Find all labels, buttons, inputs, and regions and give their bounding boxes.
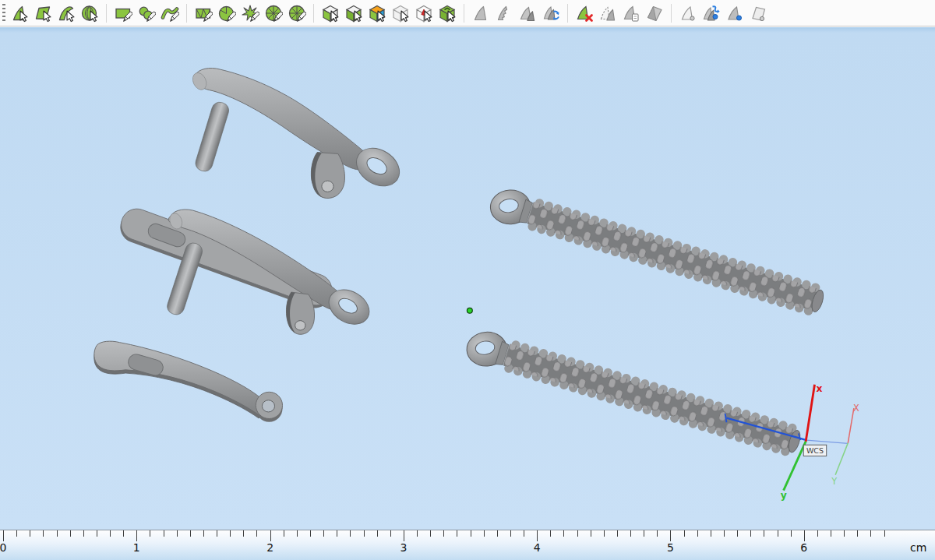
main-toolbar [0, 0, 935, 26]
select-freeform-tool-icon [10, 4, 29, 23]
handle-pin [193, 100, 231, 174]
surface-trim-tool[interactable] [495, 4, 513, 23]
rod-knurl-texture [527, 202, 820, 312]
toolbar-separator [464, 4, 464, 23]
view-cube-side-tool[interactable] [344, 4, 363, 23]
ruler-number-2: 2 [266, 541, 273, 554]
lever-hole [262, 400, 274, 412]
view-cube-colored-tool[interactable] [368, 4, 386, 23]
surface-fold-tool-icon [645, 4, 664, 23]
mark-rectangle-tool[interactable] [114, 4, 132, 23]
toolbar-separator [186, 4, 187, 23]
select-freeform-tool[interactable] [10, 4, 29, 23]
mark-pinwheel-tool[interactable] [241, 4, 259, 23]
view-cube-side-tool-icon [344, 4, 363, 23]
surface-export-tool[interactable] [622, 4, 640, 23]
surface-offset-copy-tool[interactable] [518, 4, 537, 23]
surface-duplicate-tool[interactable] [598, 4, 617, 23]
toolbar-separator [671, 4, 672, 23]
ruler-number-5: 5 [667, 541, 674, 554]
select-curved-surface-tool[interactable] [57, 4, 76, 23]
mark-curve-tool[interactable] [161, 4, 179, 23]
ruler-unit-label: cm [910, 541, 926, 554]
surface-sync-tool[interactable] [542, 4, 560, 23]
view-cube-faces-tool[interactable] [438, 4, 457, 23]
mark-wheel-alt-tool-icon [288, 4, 306, 23]
viewport-3d[interactable]: x y X Y WCS [0, 27, 935, 530]
surface-ghost-tool-icon [471, 4, 490, 23]
mark-pie-tool-icon [217, 4, 236, 23]
ruler-number-6: 6 [800, 541, 807, 554]
origin-point-dot [467, 308, 472, 313]
ruler-number-1: 1 [133, 541, 140, 554]
mark-blob-tool-icon [137, 4, 156, 23]
target-x-axis-label: X [853, 403, 859, 414]
viewport-canvas[interactable]: x y X Y WCS [0, 27, 935, 530]
probe-quad-tool[interactable] [749, 4, 767, 23]
flat-lever[interactable] [94, 341, 283, 422]
door-handle-with-plate[interactable] [116, 205, 376, 335]
mark-mesh-rectangle-tool[interactable] [194, 4, 213, 23]
surface-delete-tool-icon [575, 4, 594, 23]
view-cube-interior-tool-icon [415, 4, 433, 23]
wcs-x-axis-label: x [816, 383, 822, 394]
rod-knurl-texture [503, 343, 796, 452]
surface-sync-tool-icon [542, 4, 560, 23]
wcs-label: WCS [803, 445, 826, 456]
select-shell-tool-icon [80, 4, 99, 23]
view-cube-colored-tool-icon [368, 4, 386, 23]
view-cube-top-tool-icon [321, 4, 340, 23]
toolbar-separator [567, 4, 568, 23]
toolbar-separator [106, 4, 107, 23]
mark-pinwheel-tool-icon [241, 4, 259, 23]
view-cube-interior-tool[interactable] [415, 4, 433, 23]
ruler-major-ticks [3, 530, 891, 541]
probe-outline-tool[interactable] [679, 4, 697, 23]
knurled-rod-top[interactable] [480, 178, 828, 325]
probe-surface-tool-icon [725, 4, 744, 23]
mark-wheel-alt-tool[interactable] [288, 4, 306, 23]
surface-export-tool-icon [622, 4, 640, 23]
target-cs-axes: X Y [831, 403, 859, 487]
probe-swap-tool[interactable] [702, 4, 721, 23]
probe-surface-tool[interactable] [725, 4, 744, 23]
horizontal-ruler: 0123456 cm [0, 530, 935, 560]
select-curved-surface-tool-icon [57, 4, 76, 23]
toolbar-grip-handle[interactable] [2, 4, 5, 23]
toolbar-separator [313, 4, 314, 23]
view-cube-top-tool[interactable] [321, 4, 340, 23]
view-cube-ghost-tool[interactable] [391, 4, 410, 23]
wcs-x-axis [806, 385, 814, 442]
surface-trim-tool-icon [495, 4, 513, 23]
surface-ghost-tool[interactable] [471, 4, 490, 23]
select-plane-tool-icon [34, 4, 52, 23]
wcs-y-axis-label: y [781, 490, 787, 501]
mark-curve-tool-icon [161, 4, 179, 23]
mark-wheel-tool-icon [264, 4, 283, 23]
surface-fold-tool[interactable] [645, 4, 664, 23]
wcs-label-text: WCS [806, 446, 824, 455]
mark-pie-tool[interactable] [217, 4, 236, 23]
view-cube-faces-tool-icon [438, 4, 457, 23]
target-y-axis-label: Y [831, 476, 837, 487]
tab-hole [295, 321, 305, 330]
mark-wheel-tool[interactable] [264, 4, 283, 23]
mark-mesh-rectangle-tool-icon [194, 4, 213, 23]
probe-quad-tool-icon [749, 4, 767, 23]
ruler-number-3: 3 [400, 541, 407, 554]
probe-outline-tool-icon [679, 4, 697, 23]
toolbar-icons [10, 4, 767, 23]
probe-swap-tool-icon [702, 4, 721, 23]
ruler-number-4: 4 [534, 541, 541, 554]
surface-delete-tool[interactable] [575, 4, 594, 23]
select-plane-tool[interactable] [34, 4, 52, 23]
ruler-number-0: 0 [0, 541, 6, 554]
mark-blob-tool[interactable] [137, 4, 156, 23]
knurled-rod-bottom[interactable] [457, 320, 806, 464]
surface-offset-copy-tool-icon [518, 4, 537, 23]
door-handle-top[interactable] [190, 68, 407, 198]
select-shell-tool[interactable] [80, 4, 99, 23]
mark-rectangle-tool-icon [114, 4, 132, 23]
view-cube-ghost-tool-icon [391, 4, 410, 23]
surface-duplicate-tool-icon [598, 4, 617, 23]
